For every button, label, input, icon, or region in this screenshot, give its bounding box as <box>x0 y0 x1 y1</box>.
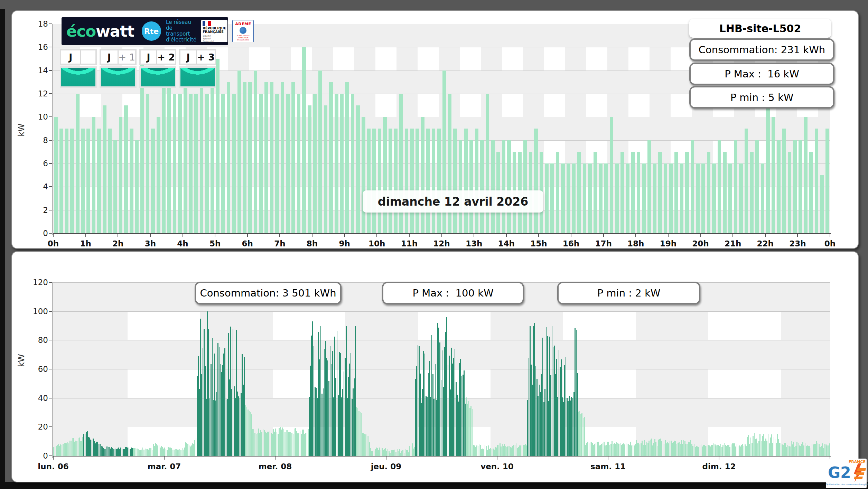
bar <box>124 449 125 456</box>
bar <box>518 447 519 456</box>
x-tick-label: 23h <box>789 239 806 248</box>
bar <box>650 440 651 456</box>
bar <box>264 82 268 233</box>
bar <box>546 327 547 456</box>
bar <box>103 105 106 233</box>
bar <box>752 443 753 456</box>
day-button-J+2[interactable]: J+ 2 <box>139 49 176 88</box>
day-button-J[interactable]: J <box>60 49 97 88</box>
date-label: dimanche 12 avril 2026 <box>363 190 543 213</box>
x-tick-mark <box>474 234 474 237</box>
y-tick-label: 10 <box>12 113 48 121</box>
bar <box>277 432 278 456</box>
bar <box>301 434 302 456</box>
bar <box>60 444 61 456</box>
bar <box>577 373 578 456</box>
bar <box>590 442 591 456</box>
bar <box>362 117 365 233</box>
bar <box>647 140 651 233</box>
bar <box>236 330 237 456</box>
bar <box>132 448 133 456</box>
bar <box>100 444 101 456</box>
bar <box>369 442 370 456</box>
y-tick-mark <box>49 233 52 234</box>
bar <box>226 399 227 456</box>
y-tick-mark <box>49 210 52 210</box>
bar <box>241 393 242 456</box>
bar <box>318 70 322 233</box>
y-tick-mark <box>49 455 52 456</box>
bar <box>331 364 332 456</box>
bar <box>332 351 333 456</box>
bar <box>88 437 89 456</box>
bar <box>661 441 662 456</box>
bar <box>793 140 797 233</box>
x-tick-mark <box>603 234 604 237</box>
bar <box>615 444 616 456</box>
ecowatt-gauge-icon <box>60 66 97 88</box>
bar <box>670 441 671 456</box>
bar <box>227 399 228 456</box>
bar <box>718 445 719 456</box>
bar <box>208 329 209 456</box>
y-tick-mark <box>49 311 52 312</box>
bar <box>99 444 100 456</box>
bar <box>184 448 185 456</box>
x-tick-label: sam. 11 <box>590 462 626 471</box>
bar <box>55 447 56 456</box>
bar <box>622 444 623 456</box>
bar <box>217 343 218 456</box>
bar <box>802 442 803 456</box>
bar <box>636 440 637 456</box>
bar <box>216 392 217 456</box>
bar <box>627 444 628 456</box>
day-button-J+3[interactable]: J+ 3 <box>179 49 216 88</box>
bar <box>146 94 150 233</box>
bar <box>591 442 592 456</box>
bar <box>273 429 274 456</box>
day-button-J+1[interactable]: J+ 1 <box>100 49 137 88</box>
bar <box>667 442 668 456</box>
bar <box>59 446 60 456</box>
bar <box>204 329 205 456</box>
bar <box>309 397 310 456</box>
bar <box>526 445 527 456</box>
bar <box>747 437 748 456</box>
bar <box>790 446 791 456</box>
bar <box>130 449 131 456</box>
bar <box>407 450 408 456</box>
bar <box>487 450 488 456</box>
bar <box>234 386 235 456</box>
bar <box>620 152 624 233</box>
bar <box>515 445 516 456</box>
bar <box>119 117 123 233</box>
bar <box>315 387 316 456</box>
g2-france-label: FRANCE <box>849 460 866 464</box>
bar <box>235 398 236 456</box>
bar <box>577 152 581 233</box>
bar <box>443 387 444 456</box>
bar <box>367 436 368 456</box>
bar <box>394 129 398 233</box>
bar <box>578 412 579 456</box>
bar <box>734 443 735 456</box>
x-tick-mark <box>497 457 497 460</box>
bar <box>567 398 568 456</box>
bar <box>151 129 155 233</box>
bar <box>194 440 195 456</box>
bar <box>606 445 607 456</box>
y-tick-mark <box>49 93 52 94</box>
bar <box>658 440 659 456</box>
bar <box>289 432 290 456</box>
bar <box>453 129 457 233</box>
bar <box>755 439 756 456</box>
bar <box>540 392 541 456</box>
bar <box>303 430 304 456</box>
bar <box>209 398 211 456</box>
bar <box>183 450 184 456</box>
window-edge-left <box>0 9 5 489</box>
bar <box>827 445 828 456</box>
bar <box>570 401 571 456</box>
bar <box>110 449 111 456</box>
y-tick-label: 18 <box>12 20 48 28</box>
